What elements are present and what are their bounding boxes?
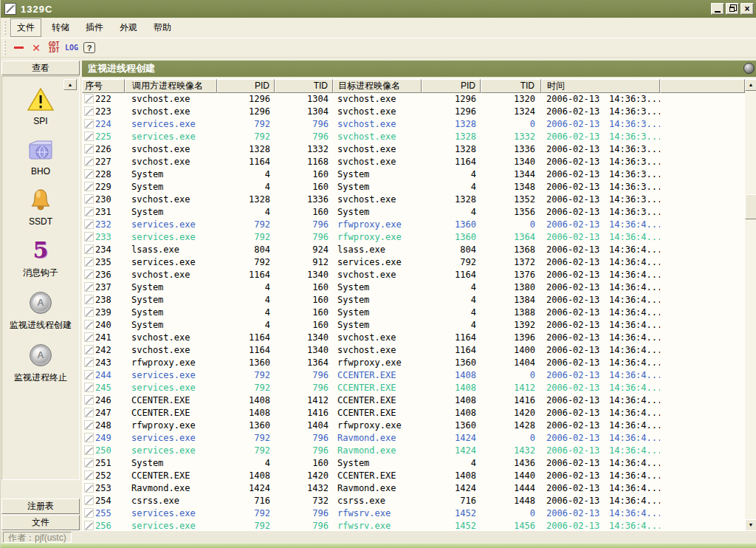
table-row[interactable]: 252CCENTER.EXE14081420CCENTER.EXE1408144… (82, 470, 745, 482)
table-row[interactable]: 238System4160System413842006-02-1314:36:… (82, 294, 745, 306)
table-row[interactable]: 245services.exe792796CCENTER.EXE14081412… (82, 382, 745, 394)
sidebar-view-button[interactable]: 查看 (1, 61, 80, 75)
cell-target-image: rfwproxy.exe (333, 357, 422, 369)
table-row[interactable]: 228System4160System413442006-02-1314:36:… (82, 168, 745, 181)
column-header-target-tid[interactable]: TID (481, 79, 541, 93)
table-row[interactable]: 256services.exe792796rfwsrv.exe145214562… (82, 520, 745, 530)
table-row[interactable]: 227svchost.exe11641168svchost.exe1164134… (82, 156, 745, 168)
table-scrollbar[interactable]: ▲ ▼ (745, 79, 756, 530)
scrollbar-thumb[interactable] (745, 194, 756, 219)
cell-empty (660, 394, 745, 407)
cell-target-pid: 1296 (422, 93, 481, 106)
table-row[interactable]: 226svchost.exe13281332svchost.exe1328133… (82, 143, 745, 156)
menu-appearance[interactable]: 外观 (114, 19, 143, 36)
help-button[interactable]: ? (81, 41, 97, 55)
sidebar-item-spi[interactable]: SPI (27, 86, 55, 126)
menu-plugins[interactable]: 插件 (80, 19, 109, 36)
table-row[interactable]: 233services.exe792796rfwproxy.exe1360136… (82, 231, 745, 244)
thread-icon (84, 320, 94, 329)
thread-icon (84, 131, 94, 141)
cell-target-pid: 1408 (422, 470, 481, 482)
sidebar-registry-button[interactable]: 注册表 (1, 499, 80, 514)
remove-button[interactable] (10, 41, 27, 55)
cell-target-pid: 716 (422, 495, 481, 507)
cell-pid: 4 (217, 168, 275, 181)
close-button[interactable]: × (740, 3, 754, 15)
menu-file[interactable]: 文件 (10, 18, 41, 37)
restore-icon (729, 7, 735, 12)
column-header-pid[interactable]: PID (217, 79, 275, 93)
table-row[interactable]: 250services.exe792796Ravmond.exe14241432… (82, 445, 745, 457)
table-row[interactable]: 242svchost.exe11641340svchost.exe1164140… (82, 344, 745, 357)
table-row[interactable]: 223svchost.exe12961304svchost.exe1296132… (82, 106, 745, 118)
cell-target-image: CCENTER.EXE (333, 369, 422, 382)
cell-target-image: rfwsrv.exe (333, 507, 422, 520)
cell-target-pid: 1328 (422, 131, 481, 143)
table-row[interactable]: 240System4160System413922006-02-1314:36:… (82, 319, 745, 332)
delete-button[interactable]: ✕ (28, 41, 44, 55)
table-row[interactable]: 255services.exe792796rfwsrv.exe145202006… (82, 507, 745, 520)
minimize-button[interactable] (711, 3, 724, 15)
table-row[interactable]: 222svchost.exe12961304svchost.exe1296132… (82, 93, 745, 106)
sidebar-item-monitor-process-termination[interactable]: 监视进程终止 (14, 341, 67, 384)
scroll-up-icon[interactable]: ▲ (745, 79, 756, 91)
table-row[interactable]: 239System4160System413882006-02-1314:36:… (82, 306, 745, 319)
table-row[interactable]: 234lsass.exe804924lsass.exe80413682006-0… (82, 244, 745, 256)
title-bar[interactable]: 1329C × (1, 0, 756, 18)
table-row[interactable]: 249services.exe792796Ravmond.exe14240200… (82, 432, 745, 445)
table-row[interactable]: 232services.exe792796rfwproxy.exe1360020… (82, 219, 745, 231)
table-row[interactable]: 225services.exe792796svchost.exe13281332… (82, 131, 745, 143)
sidebar-item-message-hooks[interactable]: 5 消息钩子 (23, 236, 58, 279)
scroll-down-icon[interactable]: ▼ (745, 519, 756, 530)
column-header-empty[interactable] (660, 79, 745, 93)
panel-title: 监视进线程创建 (88, 62, 155, 75)
gdt-idt-button[interactable]: GDTIDT (46, 41, 62, 55)
table-row[interactable]: 236svchost.exe11641340svchost.exe1164137… (82, 269, 745, 281)
column-header-target-pid[interactable]: PID (422, 79, 481, 93)
column-header-caller-image[interactable]: 调用方进程映像名 (125, 79, 217, 93)
sidebar-item-label: 消息钩子 (23, 267, 58, 279)
sidebar-item-ssdt[interactable]: SSDT (27, 186, 54, 227)
cell-empty (660, 445, 745, 457)
table-row[interactable]: 246CCENTER.EXE14081412CCENTER.EXE1408141… (82, 394, 745, 407)
sidebar-item-bho[interactable]: BHO (27, 136, 54, 177)
sidebar-item-monitor-thread-creation[interactable]: 监视进线程创建 (10, 289, 72, 332)
cell-tid: 160 (275, 168, 333, 181)
cell-pid: 804 (217, 244, 275, 256)
table-row[interactable]: 235services.exe792912services.exe7921372… (82, 256, 745, 269)
cell-time: 2006-02-1314:36:3... (541, 206, 660, 219)
cell-target-image: CCENTER.EXE (333, 394, 422, 407)
menu-help[interactable]: 帮助 (148, 19, 177, 36)
table-row[interactable]: 254csrss.exe716732csrss.exe71614482006-0… (82, 495, 745, 507)
table-row[interactable]: 243rfwproxy.exe13601364rfwproxy.exe13601… (82, 357, 745, 369)
menu-dump[interactable]: 转储 (46, 19, 75, 36)
table-row[interactable]: 229System4160System413482006-02-1314:36:… (82, 181, 745, 193)
cell-tid: 1416 (275, 407, 333, 419)
cell-caller-image: CCENTER.EXE (125, 394, 217, 407)
cell-target-image: System (333, 181, 422, 193)
table-row[interactable]: 251System4160System414362006-02-1314:36:… (82, 457, 745, 470)
table-row[interactable]: 224services.exe792796svchost.exe13280200… (82, 118, 745, 131)
menu-gripper[interactable] (4, 21, 6, 35)
table-row[interactable]: 253Ravmond.exe14241432Ravmond.exe1424144… (82, 482, 745, 495)
table-row[interactable]: 237System4160System413802006-02-1314:36:… (82, 281, 745, 294)
table-row[interactable]: 244services.exe792796CCENTER.EXE14080200… (82, 369, 745, 382)
table-row[interactable]: 248rfwproxy.exe13601404rfwproxy.exe13601… (82, 419, 745, 432)
table-row[interactable]: 230svchost.exe13281336svchost.exe1328135… (82, 193, 745, 206)
table-row[interactable]: 241svchost.exe11641340svchost.exe1164139… (82, 332, 745, 344)
thread-icon (84, 395, 94, 405)
log-button[interactable]: LOG (63, 41, 80, 55)
column-header-target-image[interactable]: 目标进程映像名 (333, 79, 422, 93)
cell-pid: 792 (217, 131, 275, 143)
cell-target-tid: 1396 (481, 332, 541, 344)
sidebar-scroll-up-button[interactable]: ▲ (63, 79, 77, 90)
column-header-time[interactable]: 时间 (541, 79, 660, 93)
table-row[interactable]: 231System4160System413562006-02-1314:36:… (82, 206, 745, 219)
column-header-index[interactable]: 序号 (82, 79, 125, 93)
table-row[interactable]: 247CCENTER.EXE14081416CCENTER.EXE1408142… (82, 407, 745, 419)
restore-button[interactable] (726, 3, 739, 15)
sphere-icon[interactable] (743, 63, 755, 74)
sidebar-file-button[interactable]: 文件 (1, 515, 80, 530)
column-header-tid[interactable]: TID (275, 79, 333, 93)
toolbar-gripper[interactable] (4, 41, 6, 55)
